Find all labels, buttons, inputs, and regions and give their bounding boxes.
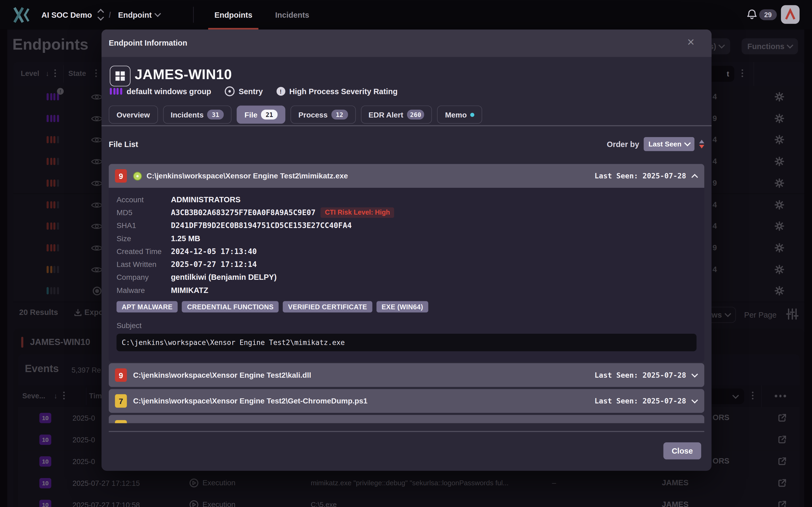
last-seen: Last Seen: 2025-07-28 bbox=[595, 172, 686, 180]
app-logo-icon bbox=[12, 7, 31, 23]
last-seen: Last Seen: 2025-07-28 bbox=[595, 397, 686, 405]
breadcrumb-separator: / bbox=[109, 10, 111, 19]
account-value: ADMINISTRATORS bbox=[171, 195, 240, 204]
org-switch-icon[interactable] bbox=[98, 10, 103, 20]
file-path: C:\jenkins\workspace\Xensor Engine Test2… bbox=[133, 371, 311, 379]
divider bbox=[109, 431, 704, 432]
sort-direction-icon[interactable] bbox=[699, 140, 704, 149]
tab-incidents[interactable]: Incidents31 bbox=[163, 105, 232, 124]
windows-icon bbox=[110, 66, 131, 87]
vendor-logo-icon bbox=[783, 8, 797, 21]
tab-incidents[interactable]: Incidents bbox=[264, 0, 321, 30]
tab-memo[interactable]: Memo bbox=[437, 105, 482, 124]
sentry-label: Sentry bbox=[239, 87, 263, 96]
close-icon[interactable]: × bbox=[687, 35, 694, 49]
file-list-heading: File List bbox=[109, 140, 138, 149]
close-button[interactable]: Close bbox=[663, 442, 701, 459]
subject-label: Subject bbox=[116, 321, 142, 330]
file-row[interactable]: 7 C:\jenkins\workspace\Xensor Engine Tes… bbox=[109, 389, 704, 413]
malware-value: MIMIKATZ bbox=[171, 286, 208, 294]
tab-edr-alert[interactable]: EDR Alert260 bbox=[361, 105, 432, 124]
chevron-down-icon[interactable] bbox=[692, 397, 698, 403]
notification-bell-icon[interactable] bbox=[746, 9, 758, 21]
md5-value: A3CB3B02A683275F7E0A0F8A9A5C9E07 bbox=[171, 208, 315, 217]
divider bbox=[193, 7, 194, 23]
chevron-up-icon[interactable] bbox=[692, 174, 698, 180]
tab-endpoints[interactable]: Endpoints bbox=[203, 0, 264, 30]
notification-count-badge[interactable]: 29 bbox=[759, 9, 777, 20]
level-badge: 9 bbox=[115, 169, 127, 183]
tab-overview[interactable]: Overview bbox=[109, 105, 158, 124]
sha1-value: D241DF7B9D2EC0B8194751CD5CE153E27CC40FA4 bbox=[171, 221, 352, 229]
size-value: 1.25 MB bbox=[171, 234, 200, 243]
modal-header: Endpoint Information × bbox=[101, 30, 712, 57]
endpoint-information-modal: Endpoint Information × JAMES-WIN10 defau… bbox=[101, 30, 712, 471]
mimikatz-kiwi-icon bbox=[133, 171, 142, 180]
tag: APT MALWARE bbox=[116, 301, 178, 312]
level-badge: 7 bbox=[115, 394, 127, 408]
created-time-value: 2024-12-05 17:13:40 bbox=[171, 247, 257, 256]
file-row[interactable]: 9 C:\jenkins\workspace\Xensor Engine Tes… bbox=[109, 164, 704, 188]
file-path: C:\jenkins\workspace\Xensor Engine Test2… bbox=[133, 397, 368, 405]
chevron-down-icon[interactable] bbox=[692, 371, 698, 378]
file-path: C:\jenkins\workspace\Xensor Engine Test2… bbox=[147, 172, 348, 180]
cti-risk-badge: CTI Risk Level: High bbox=[321, 207, 394, 218]
tab-process[interactable]: Process12 bbox=[291, 105, 356, 124]
tag: EXE (WIN64) bbox=[376, 301, 428, 312]
order-by-dropdown[interactable]: Last Seen bbox=[644, 137, 695, 151]
context-selector[interactable]: Endpoint bbox=[118, 10, 152, 19]
chevron-down-icon bbox=[154, 10, 161, 17]
tag: VERIFIED CERTIFICATE bbox=[283, 301, 372, 312]
memo-dot-icon bbox=[470, 112, 474, 116]
tab-file[interactable]: File21 bbox=[237, 105, 286, 124]
file-row-partial[interactable] bbox=[109, 415, 704, 423]
tag: CREDENTIAL FUNCTIONS bbox=[182, 301, 279, 312]
file-details-panel: AccountADMINISTRATORS MD5A3CB3B02A683275… bbox=[109, 188, 704, 362]
file-tags: APT MALWARE CREDENTIAL FUNCTIONS VERIFIE… bbox=[116, 301, 704, 312]
modal-title: Endpoint Information bbox=[109, 38, 187, 47]
org-selector[interactable]: AI SOC Demo bbox=[41, 10, 92, 19]
divider bbox=[101, 125, 712, 126]
sentry-icon bbox=[225, 87, 235, 96]
top-bar: AI SOC Demo / Endpoint Endpoints Inciden… bbox=[0, 0, 812, 30]
severity-rating-label: High Process Severity Rating bbox=[289, 87, 398, 96]
file-row[interactable]: 9 C:\jenkins\workspace\Xensor Engine Tes… bbox=[109, 363, 704, 387]
severity-alert-icon: ! bbox=[276, 87, 285, 96]
last-seen: Last Seen: 2025-07-28 bbox=[595, 371, 686, 379]
avatar[interactable] bbox=[781, 5, 799, 23]
group-label: default windows group bbox=[127, 87, 211, 96]
subject-input[interactable]: C:\jenkins\workspace\Xensor Engine Test2… bbox=[116, 334, 697, 351]
company-value: gentilkiwi (Benjamin DELPY) bbox=[171, 273, 276, 281]
host-title: JAMES-WIN10 bbox=[135, 67, 232, 83]
last-written-value: 2025-07-27 17:12:14 bbox=[171, 260, 257, 268]
level-badge: 9 bbox=[115, 368, 127, 382]
order-by-label: Order by bbox=[607, 140, 639, 149]
